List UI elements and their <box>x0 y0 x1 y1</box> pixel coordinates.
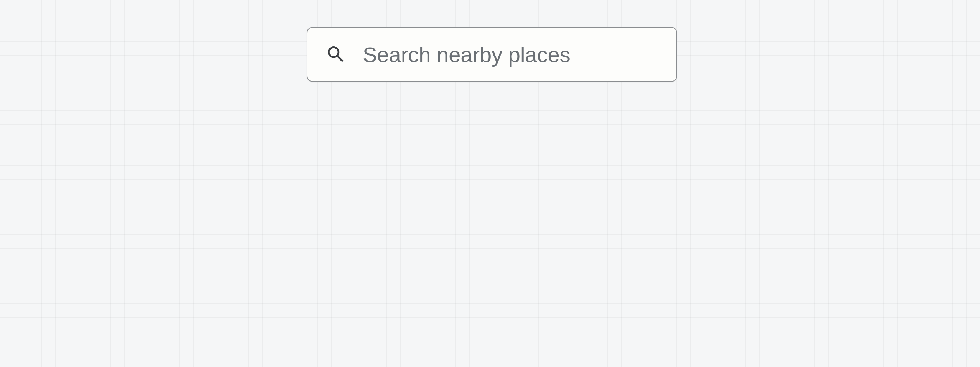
search-icon <box>325 44 347 65</box>
search-bar[interactable] <box>307 27 677 82</box>
search-input[interactable] <box>363 28 676 81</box>
